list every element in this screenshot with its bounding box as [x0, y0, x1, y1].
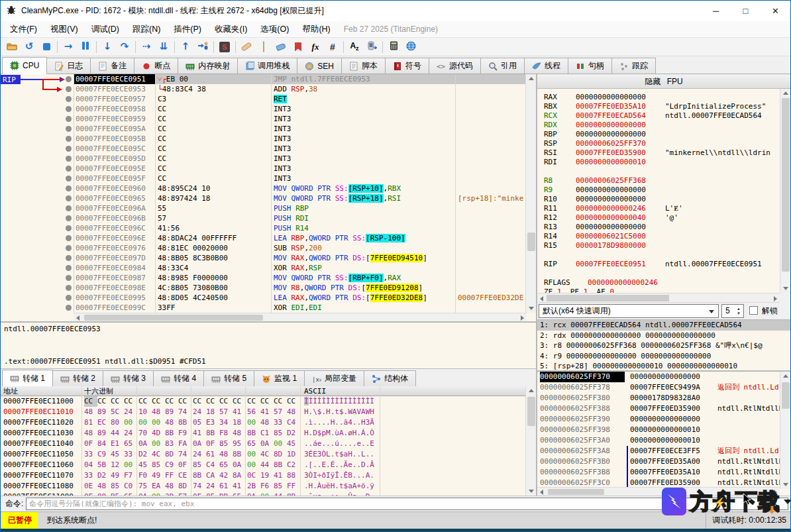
strings-button[interactable]: Az [346, 39, 363, 55]
dump-row[interactable]: 00007FFE0EC1107033D249F7F049FFCE8BCA428A… [1, 470, 527, 481]
step-over-button[interactable]: ↷ [116, 39, 133, 55]
breakpoint-dot[interactable] [66, 76, 72, 82]
argument-row[interactable]: 3: r8 00000006025FF368 00000006025FF368 … [537, 341, 790, 351]
scroll-left-arrow-icon[interactable] [540, 296, 543, 301]
tab-handles[interactable]: 句柄 [568, 58, 612, 74]
register-row[interactable]: RDI0000000000000010 [537, 158, 790, 167]
scrollbar-thumb[interactable] [782, 98, 790, 272]
tab-seh[interactable]: SEH [297, 58, 342, 74]
stack-row[interactable]: 00000006025FF3A800007FFE0ECE3FF5返回到 ntdl… [537, 446, 780, 456]
register-row[interactable]: RBX00007FFE0ED35A10"LdrpInitializeProces… [537, 102, 790, 111]
breakpoint-dot[interactable] [66, 176, 72, 182]
disasm-row[interactable]: 00007FFE0ECE0953└48:83C4 38ADD RSP,38 [1, 84, 527, 94]
tab-notes[interactable]: 备注 [90, 58, 134, 74]
dump-tab-dump2[interactable]: 转储 2 [52, 370, 103, 386]
open-file-button[interactable] [3, 39, 21, 55]
stop-button[interactable] [38, 39, 55, 55]
disasm-row[interactable]: 00007FFE0ECE095CCCINT3 [1, 144, 527, 154]
stack-row[interactable]: 00000006025FF37800007FFE0EC9499A返回到 ntdl… [537, 382, 780, 393]
disasm-row[interactable]: 00007FFE0ECE0957C3RET [1, 94, 527, 104]
registers-horizontal-scrollbar[interactable] [537, 293, 780, 303]
hide-fpu-label[interactable]: 隐藏 [645, 77, 660, 86]
disasm-row[interactable]: 00007FFE0ECE096048:895C24 10MOV QWORD PT… [1, 184, 527, 193]
registers-vertical-scrollbar[interactable] [780, 89, 790, 293]
title-bar[interactable]: CleanMyPC.exe - PID: 1672 - 模块: ntdll.dl… [1, 1, 790, 21]
disasm-row[interactable]: 00007FFE0ECE0958CCINT3 [1, 104, 527, 114]
patches-button[interactable] [238, 39, 255, 55]
disasm-row[interactable]: 00007FFE0ECE095ACCINT3 [1, 124, 527, 134]
breakpoint-dot[interactable] [66, 166, 72, 172]
disasm-vertical-scrollbar[interactable] [525, 74, 536, 313]
breakpoint-dot[interactable] [66, 225, 72, 231]
tab-cpu[interactable]: CPU [2, 57, 47, 74]
breakpoint-dot[interactable] [66, 195, 72, 201]
run-to-user-code-button[interactable] [194, 39, 211, 55]
scroll-down-arrow-icon[interactable] [783, 287, 788, 290]
register-row[interactable]: R130000000000000000 [537, 223, 790, 232]
maximize-button[interactable]: □ [731, 1, 761, 21]
calling-convention-dropdown[interactable]: 默认(x64 快速调用) [539, 304, 719, 318]
disasm-row[interactable]: 00007FFE0ECE098748:8985 F0000000MOV QWOR… [1, 273, 527, 283]
dump-tab-dump1[interactable]: 转储 1 [2, 370, 53, 387]
stack-row[interactable]: 00000006025FF38800007FFE0ED35900ntdll.Rt… [537, 403, 780, 414]
dump-tab-dump4[interactable]: 转储 4 [153, 370, 204, 386]
breakpoint-dot[interactable] [66, 146, 72, 152]
source-mode-button[interactable]: S [216, 39, 233, 55]
dump-tab-locals[interactable]: |x=|局部变量 [304, 370, 364, 386]
run-button[interactable]: → [60, 39, 77, 55]
restart-button[interactable]: ↺ [21, 39, 38, 55]
breakpoint-dot[interactable] [66, 96, 72, 102]
scroll-down-arrow-icon[interactable] [529, 307, 534, 310]
register-row[interactable]: R100000000000000000 [537, 195, 790, 204]
disasm-row[interactable]: 00007FFE0ECE095FCCINT3 [1, 174, 527, 184]
dump-tab-dump5[interactable]: 转储 5 [203, 370, 254, 386]
breakpoint-dot[interactable] [66, 186, 72, 191]
argument-row[interactable]: 2: rdx 0000000000000000 0000000000000000 [537, 331, 790, 341]
dump-row[interactable]: 00007FFE0EC110800E4885C075EA488D74246141… [1, 481, 527, 492]
dump-vertical-scrollbar[interactable] [525, 386, 536, 496]
execute-till-return-button[interactable]: ↑ [177, 39, 194, 55]
scroll-up-arrow-icon[interactable] [529, 389, 534, 392]
dump-row[interactable]: 00007FFE0EC1105033C94533D24C8D742461488B… [1, 449, 527, 460]
stack-row[interactable]: 00000006025FF3B800007FFE0ED35A10ntdll.Rt… [537, 467, 780, 478]
disasm-row[interactable]: 00007FFE0ECE097D48:8B05 8C3B0B00MOV RAX,… [1, 253, 527, 263]
menu-help[interactable]: 帮助(H) [295, 23, 337, 36]
stack-row[interactable]: 00000006025FF3A00000000000000010 [537, 435, 780, 446]
argument-row[interactable]: 5: [rsp+28] 0000000000000010 00000000000… [537, 361, 790, 370]
comments-button[interactable] [255, 39, 272, 55]
fpu-label[interactable]: FPU [667, 77, 683, 86]
close-button[interactable]: ✕ [761, 1, 790, 21]
breakpoint-dot[interactable] [66, 285, 72, 291]
register-row[interactable]: RAX0000000000000000 [537, 93, 790, 102]
dump-tab-struct[interactable]: 结构体 [364, 370, 416, 386]
registers-header[interactable]: 隐藏 FPU [537, 74, 790, 89]
tab-memmap[interactable]: 内存映射 [178, 58, 238, 74]
breakpoint-dot[interactable] [66, 205, 72, 211]
modules-button[interactable] [363, 39, 380, 55]
scroll-up-arrow-icon[interactable] [783, 91, 788, 95]
disasm-row[interactable]: 00007FFE0ECE097648:81EC 00020000SUB RSP,… [1, 243, 527, 253]
stack-row[interactable]: 00000006025FF3B000007FFE0ED35A00ntdll.Rt… [537, 456, 780, 467]
stack-row[interactable]: 00000006025FF3900000000000000000 [537, 414, 780, 425]
register-row[interactable]: RDX0000000000000000 [537, 121, 790, 130]
stack-vertical-scrollbar[interactable] [780, 372, 790, 489]
scrollbar-thumb[interactable] [527, 233, 535, 251]
minimize-button[interactable]: ─ [701, 1, 731, 21]
scroll-right-arrow-icon[interactable] [521, 315, 524, 321]
dump-tab-dump3[interactable]: 转储 3 [103, 370, 154, 386]
spinner-down-icon[interactable]: ▼ [737, 311, 741, 315]
register-row[interactable]: R120000000000000040'@' [537, 213, 790, 223]
argument-row[interactable]: 4: r9 0000000000000000 0000000000000000 [537, 351, 790, 362]
tab-references[interactable]: 引用 [480, 58, 525, 74]
menu-view[interactable]: 视图(V) [44, 23, 85, 36]
breakpoint-dot[interactable] [66, 255, 72, 261]
trace-into-button[interactable]: ⇢ [138, 39, 155, 55]
scroll-left-arrow-icon[interactable] [76, 315, 79, 321]
dump-row[interactable]: 00007FFE0EC11060045B12004585C90F85C4650A… [1, 460, 527, 470]
register-row[interactable]: RBP0000000000000000 [537, 130, 790, 139]
breakpoint-dot[interactable] [66, 126, 72, 132]
register-row[interactable]: RIP00007FFE0ECE0951ntdll.00007FFE0ECE095… [537, 260, 790, 269]
register-row[interactable]: RSI00007FFE0ED35900"minkernel\\ntdll\\ld… [537, 148, 790, 158]
menu-debug[interactable]: 调试(D) [85, 23, 126, 36]
dump-row[interactable]: 00007FFE0EC1102081EC80000000488B05E33418… [1, 417, 527, 428]
